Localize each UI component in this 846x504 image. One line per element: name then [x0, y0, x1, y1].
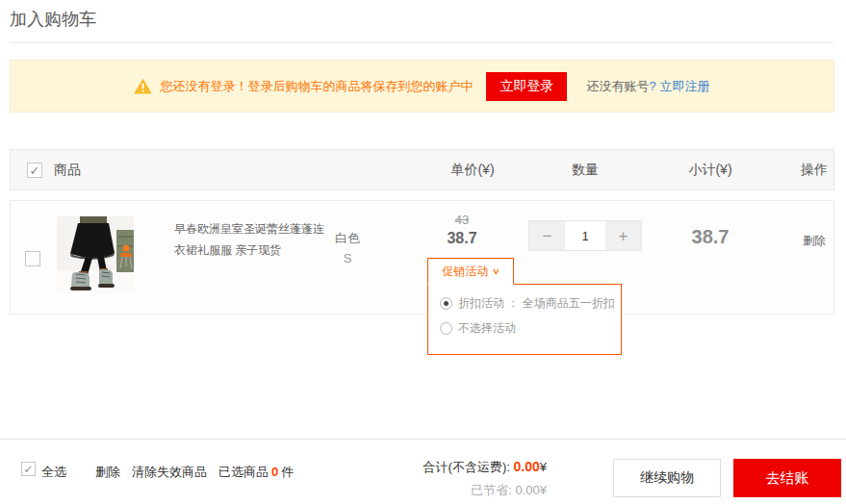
total-value: 0.00 [514, 459, 540, 474]
radio-unselected-icon[interactable] [440, 322, 452, 335]
select-all-label[interactable]: 全选 [41, 464, 66, 481]
warning-icon [134, 78, 152, 94]
promo-option-label: 不选择活动 [458, 320, 516, 337]
header-action: 操作 [766, 150, 846, 189]
selected-count-value: 0 [271, 465, 278, 479]
radio-selected-icon[interactable] [440, 297, 452, 310]
header-unit-price: 单价(¥) [424, 150, 521, 189]
select-all-header-checkbox[interactable]: ✓ [27, 163, 42, 178]
header-quantity: 数量 [537, 150, 633, 189]
totals-block: 合计(不含运费): 0.00¥ 已节省: 0.00¥ [404, 455, 547, 502]
sku-size: S [299, 251, 396, 265]
total-line: 合计(不含运费): 0.00¥ [404, 455, 547, 479]
register-now-link[interactable]: 立即注册 [660, 78, 710, 95]
cart-table-header: ✓ 商品 单价(¥) 数量 小计(¥) 操作 [10, 149, 834, 190]
promo-dropdown-panel: 折扣活动 ： 全场商品五一折扣 不选择活动 [427, 284, 622, 355]
item-checkbox[interactable] [25, 251, 40, 266]
original-price: 43 [414, 213, 510, 227]
clear-invalid-link[interactable]: 清除失效商品 [132, 464, 207, 481]
login-notice-banner: 您还没有登录！登录后购物车的商品将保存到您的账户中 立即登录 还没有账号? 立即… [10, 60, 834, 113]
footer-delete-link[interactable]: 删除 [95, 464, 120, 481]
cart-item-row: 早春欧洲皇室圣诞蕾丝蓬蓬连衣裙礼服服 亲子现货 白色 S 43 38.7 促销活… [10, 200, 834, 315]
checkout-button[interactable]: 去结账 [733, 459, 841, 497]
promo-trigger-label: 促销活动 [442, 264, 488, 280]
header-product: 商品 [54, 150, 81, 189]
chevron-down-icon: ∨ [492, 266, 500, 276]
item-subtotal: 38.7 [657, 226, 763, 248]
question-mark: ? [649, 79, 655, 93]
header-subtotal: 小计(¥) [662, 150, 758, 189]
promo-option-label: 折扣活动 ： 全场商品五一折扣 [458, 295, 615, 312]
promo-dropdown-trigger[interactable]: 促销活动 ∨ [427, 258, 514, 285]
promo-option-none[interactable]: 不选择活动 [440, 320, 621, 337]
shopping-cart-page: 加入购物车 您还没有登录！登录后购物车的商品将保存到您的账户中 立即登录 还没有… [0, 0, 846, 504]
login-now-button[interactable]: 立即登录 [486, 72, 567, 101]
delete-item-link[interactable]: 删除 [766, 233, 846, 249]
promo-option-discount[interactable]: 折扣活动 ： 全场商品五一折扣 [440, 295, 621, 312]
quantity-decrease-button[interactable]: − [529, 221, 565, 250]
saved-line: 已节省: 0.00¥ [404, 479, 547, 502]
selected-count-text: 已选商品0件 [218, 464, 294, 481]
quantity-increase-button[interactable]: + [605, 221, 641, 250]
page-title: 加入购物车 [10, 8, 96, 31]
select-all-footer-checkbox[interactable]: ✓ [21, 462, 36, 476]
footer-divider [0, 439, 846, 440]
product-image[interactable] [57, 216, 134, 293]
check-icon: ✓ [30, 164, 40, 177]
continue-shopping-button[interactable]: 继续购物 [613, 459, 721, 497]
login-warning-text: 您还没有登录！登录后购物车的商品将保存到您的账户中 [160, 78, 473, 95]
current-price: 38.7 [414, 230, 510, 247]
title-divider [10, 42, 834, 43]
quantity-stepper: − + [528, 220, 642, 251]
check-icon: ✓ [23, 464, 33, 475]
quantity-input[interactable] [565, 221, 605, 250]
sku-color: 白色 [299, 230, 396, 247]
no-account-text: 还没有账号? [586, 78, 655, 95]
